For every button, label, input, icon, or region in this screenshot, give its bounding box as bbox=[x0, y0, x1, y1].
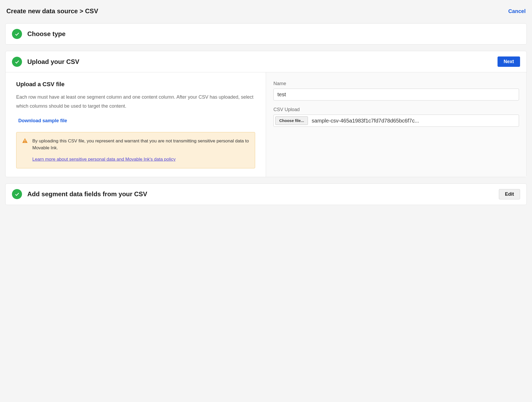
uploaded-file-name: sample-csv-465a1983f1c7fd7d78d65bc6f7c..… bbox=[312, 118, 517, 124]
warning-box: By uploading this CSV file, you represen… bbox=[16, 132, 255, 168]
edit-button[interactable]: Edit bbox=[499, 189, 520, 199]
upload-subtitle: Upload a CSV file bbox=[16, 81, 255, 88]
upload-description: Each row must have at least one segment … bbox=[16, 93, 255, 111]
step-choose-type-title: Choose type bbox=[27, 30, 66, 38]
svg-rect-1 bbox=[25, 142, 25, 142]
check-icon bbox=[12, 189, 22, 199]
step-choose-type-card: Choose type bbox=[5, 23, 527, 45]
step-add-segment-title: Add segment data fields from your CSV bbox=[27, 190, 147, 198]
svg-rect-0 bbox=[25, 140, 25, 141]
choose-file-button[interactable]: Choose file... bbox=[275, 116, 308, 125]
check-icon bbox=[12, 57, 22, 67]
check-icon bbox=[12, 29, 22, 39]
step-add-segment-card: Add segment data fields from your CSV Ed… bbox=[5, 183, 527, 205]
step-upload-csv-card: Upload your CSV Next Upload a CSV file E… bbox=[5, 51, 527, 177]
warning-icon bbox=[22, 138, 28, 144]
download-sample-link[interactable]: Download sample file bbox=[18, 118, 67, 124]
next-button[interactable]: Next bbox=[498, 56, 520, 67]
csv-upload-label: CSV Upload bbox=[273, 107, 519, 112]
name-label: Name bbox=[273, 81, 519, 86]
cancel-link[interactable]: Cancel bbox=[508, 8, 526, 14]
page-title: Create new data source > CSV bbox=[6, 7, 98, 15]
file-upload-row: Choose file... sample-csv-465a1983f1c7fd… bbox=[273, 115, 519, 127]
step-upload-csv-title: Upload your CSV bbox=[27, 58, 79, 65]
warning-message: By uploading this CSV file, you represen… bbox=[32, 138, 250, 151]
warning-policy-link[interactable]: Learn more about sensitive personal data… bbox=[32, 157, 176, 162]
name-input[interactable] bbox=[273, 89, 519, 101]
